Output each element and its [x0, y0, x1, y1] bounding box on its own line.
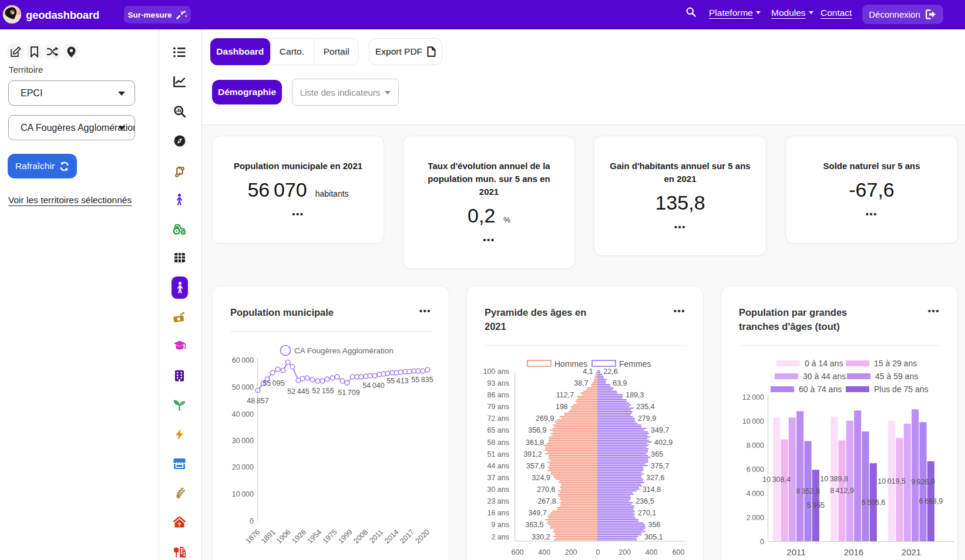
svg-text:72 ans: 72 ans: [487, 414, 509, 423]
svg-text:391,2: 391,2: [523, 450, 542, 458]
svg-text:30 000: 30 000: [232, 437, 254, 445]
svg-text:356,9: 356,9: [528, 426, 546, 434]
svg-text:10 019,5: 10 019,5: [877, 477, 906, 485]
svg-text:4,1: 4,1: [583, 367, 593, 376]
svg-text:10 000: 10 000: [232, 490, 254, 498]
svg-text:267,8: 267,8: [537, 497, 556, 505]
svg-text:600: 600: [512, 548, 524, 556]
svg-text:54 040: 54 040: [362, 382, 384, 390]
svg-text:44 ans: 44 ans: [487, 462, 509, 470]
svg-text:2011: 2011: [368, 528, 385, 545]
svg-text:8 412,9: 8 412,9: [830, 487, 854, 495]
svg-text:9 ans: 9 ans: [491, 521, 509, 529]
svg-text:357,6: 357,6: [526, 462, 544, 470]
svg-text:189,3: 189,3: [626, 391, 644, 399]
svg-text:363,5: 363,5: [525, 521, 543, 529]
svg-text:356: 356: [648, 521, 661, 529]
svg-text:Femmes: Femmes: [619, 359, 651, 369]
svg-text:86 ans: 86 ans: [487, 391, 509, 399]
svg-text:10 000: 10 000: [742, 417, 764, 426]
svg-text:48 857: 48 857: [247, 397, 268, 405]
svg-text:2 000: 2 000: [747, 514, 764, 522]
svg-text:4 000: 4 000: [747, 490, 764, 498]
svg-text:22,6: 22,6: [603, 367, 617, 376]
svg-text:50 000: 50 000: [232, 383, 254, 392]
svg-text:55 413: 55 413: [386, 377, 408, 385]
svg-text:270,1: 270,1: [638, 509, 656, 517]
svg-text:0: 0: [250, 517, 254, 525]
svg-text:361,8: 361,8: [526, 438, 544, 447]
svg-text:330,2: 330,2: [532, 533, 550, 541]
svg-text:60 à 74 ans: 60 à 74 ans: [799, 384, 842, 394]
svg-text:30 ans: 30 ans: [487, 485, 509, 494]
svg-text:6 000: 6 000: [747, 465, 764, 474]
svg-text:2021: 2021: [902, 547, 921, 557]
svg-text:2016: 2016: [844, 547, 863, 557]
svg-text:349,7: 349,7: [528, 509, 546, 517]
svg-text:38,7: 38,7: [574, 379, 588, 387]
svg-text:2 ans: 2 ans: [491, 533, 509, 541]
svg-text:8 000: 8 000: [747, 441, 764, 450]
svg-text:402,9: 402,9: [654, 438, 673, 447]
svg-text:236,5: 236,5: [636, 497, 654, 505]
svg-text:6 506,6: 6 506,6: [862, 498, 886, 507]
svg-text:8 352,8: 8 352,8: [796, 487, 820, 495]
svg-text:2008: 2008: [352, 528, 369, 545]
svg-text:20 000: 20 000: [232, 463, 254, 471]
svg-text:200: 200: [618, 548, 631, 556]
svg-text:100 ans: 100 ans: [483, 367, 509, 376]
svg-text:12 000: 12 000: [742, 393, 764, 402]
svg-text:60 000: 60 000: [232, 356, 254, 365]
svg-text:1975: 1975: [321, 528, 339, 545]
svg-text:5 955: 5 955: [807, 501, 825, 510]
svg-text:2017: 2017: [398, 528, 416, 545]
svg-text:55 835: 55 835: [411, 376, 433, 384]
svg-text:349,7: 349,7: [651, 426, 669, 434]
svg-text:375,7: 375,7: [651, 462, 669, 470]
svg-text:324,9: 324,9: [532, 474, 550, 482]
svg-text:2014: 2014: [383, 528, 401, 545]
svg-text:600: 600: [673, 548, 685, 556]
svg-text:0: 0: [596, 548, 600, 556]
svg-text:40 000: 40 000: [232, 410, 254, 419]
svg-text:279,9: 279,9: [638, 414, 656, 423]
svg-text:400: 400: [538, 548, 550, 556]
svg-text:65 ans: 65 ans: [487, 426, 509, 434]
svg-text:0 à 14 ans: 0 à 14 ans: [805, 359, 843, 368]
svg-text:112,7: 112,7: [556, 391, 574, 399]
svg-text:1926: 1926: [290, 528, 308, 545]
svg-text:45 à 59 ans: 45 à 59 ans: [875, 372, 918, 381]
svg-text:1876: 1876: [244, 528, 262, 545]
svg-text:270,6: 270,6: [537, 485, 555, 494]
svg-text:52 445: 52 445: [287, 387, 309, 396]
svg-text:52 155: 52 155: [312, 387, 334, 395]
svg-text:93 ans: 93 ans: [487, 379, 509, 387]
svg-text:314,8: 314,8: [643, 485, 661, 494]
svg-text:15 à 29 ans: 15 à 29 ans: [874, 359, 917, 368]
svg-text:2011: 2011: [786, 547, 805, 557]
svg-text:30 à 44 ans: 30 à 44 ans: [803, 372, 846, 381]
svg-text:269,9: 269,9: [536, 414, 554, 423]
svg-text:58 ans: 58 ans: [487, 438, 509, 447]
svg-text:365: 365: [651, 450, 663, 458]
svg-text:79 ans: 79 ans: [487, 403, 509, 411]
svg-text:51 ans: 51 ans: [487, 450, 509, 458]
svg-text:1891: 1891: [260, 528, 277, 545]
svg-text:37 ans: 37 ans: [487, 474, 509, 482]
svg-text:63,9: 63,9: [613, 379, 627, 387]
svg-text:400: 400: [645, 548, 658, 556]
svg-text:23 ans: 23 ans: [487, 497, 509, 505]
svg-text:9 926,9: 9 926,9: [911, 478, 935, 486]
svg-text:235,4: 235,4: [636, 403, 654, 411]
svg-text:Plus de 75 ans: Plus de 75 ans: [874, 384, 929, 394]
svg-text:51 709: 51 709: [338, 389, 359, 397]
svg-text:55 095: 55 095: [263, 379, 284, 387]
svg-text:CA Fougères Agglomération: CA Fougères Agglomération: [294, 346, 394, 355]
svg-text:1906: 1906: [275, 528, 292, 545]
svg-text:0: 0: [760, 538, 764, 546]
svg-text:16 ans: 16 ans: [487, 509, 509, 517]
svg-text:Hommes: Hommes: [554, 359, 587, 369]
svg-text:198: 198: [556, 403, 568, 411]
svg-text:1954: 1954: [306, 528, 324, 545]
svg-text:1999: 1999: [337, 528, 354, 545]
